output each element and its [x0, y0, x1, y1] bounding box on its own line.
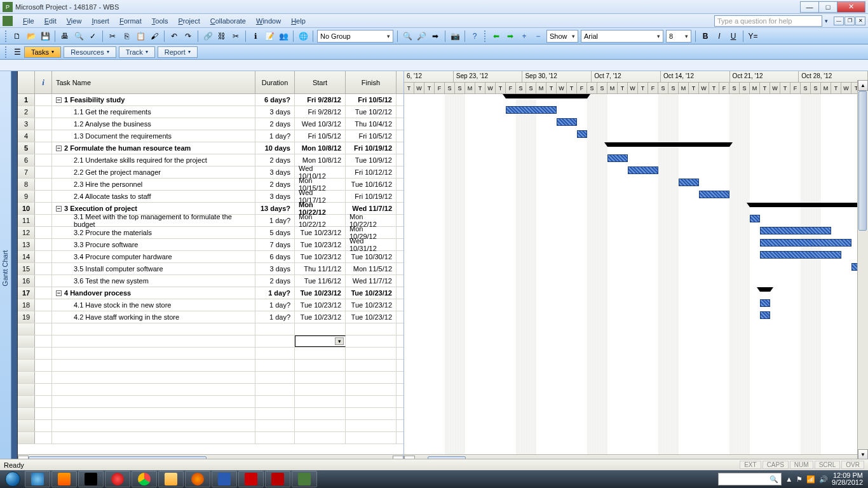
task-name-cell[interactable]: −4 Handover process [52, 287, 255, 299]
task-duration-cell[interactable]: 6 days [255, 251, 295, 262]
view-tab-tasks[interactable]: Tasks ▾ [24, 46, 61, 58]
task-duration-cell[interactable] [255, 372, 295, 383]
info-cell[interactable] [35, 142, 52, 154]
task-finish-cell[interactable]: Wed 10/31/12 [346, 239, 397, 250]
gantt-task-bar[interactable] [699, 191, 729, 198]
new-button[interactable]: 🗋 [11, 30, 24, 43]
row-header[interactable] [18, 336, 35, 347]
cut-button[interactable]: ✂ [106, 30, 119, 43]
task-finish-cell[interactable]: Wed 11/7/12 [346, 275, 397, 287]
menu-collaborate[interactable]: Collaborate [205, 16, 251, 26]
close-button[interactable]: ✕ [837, 1, 865, 13]
task-start-cell[interactable]: Fri 9/28/12 [295, 106, 346, 118]
assign-button[interactable]: 👥 [277, 30, 290, 43]
task-start-cell[interactable]: Tue 10/23/12 [295, 239, 346, 250]
task-row[interactable]: 113.1 Meet with the top management to fo… [18, 215, 403, 227]
viewbar-grip[interactable] [5, 46, 8, 58]
task-duration-cell[interactable] [255, 360, 295, 371]
view-tab-track[interactable]: Track ▾ [119, 46, 155, 58]
gantt-task-bar[interactable] [506, 106, 557, 114]
task-duration-cell[interactable]: 13 days? [255, 203, 295, 214]
taskbar-ie[interactable] [25, 471, 50, 487]
info-cell[interactable] [35, 203, 52, 214]
task-finish-cell[interactable] [346, 396, 397, 407]
task-row[interactable]: 5−2 Formulate the human resource team10 … [18, 142, 403, 154]
vscroll-thumb[interactable] [858, 91, 867, 231]
copy-button[interactable]: ⎘ [120, 30, 133, 43]
task-name-cell[interactable] [52, 384, 255, 395]
collapse-icon[interactable]: − [56, 97, 62, 103]
maximize-button[interactable]: □ [818, 1, 837, 13]
task-name-cell[interactable] [52, 360, 255, 371]
task-finish-cell[interactable]: Fri 10/19/12 [346, 191, 397, 202]
row-header[interactable]: 13 [18, 239, 35, 250]
task-row[interactable]: 62.1 Undertake skills required for the p… [18, 154, 403, 166]
task-duration-cell[interactable]: 10 days [255, 142, 295, 154]
row-header[interactable] [18, 372, 35, 383]
gantt-timescale[interactable]: 6, '12Sep 23, '12Sep 30, '12Oct 7, '12Oc… [404, 71, 868, 94]
task-row-empty[interactable] [18, 323, 403, 336]
task-name-cell[interactable]: 1.1 Get the requirements [52, 106, 255, 118]
row-header[interactable]: 16 [18, 275, 35, 287]
task-duration-cell[interactable]: 2 days [255, 179, 295, 190]
info-column-header[interactable]: i [35, 71, 52, 93]
info-cell[interactable] [35, 263, 52, 274]
task-duration-cell[interactable] [255, 420, 295, 431]
row-header[interactable]: 17 [18, 287, 35, 299]
info-cell[interactable] [35, 106, 52, 118]
task-finish-cell[interactable] [346, 420, 397, 431]
task-name-cell[interactable]: 2.2 Get the project manager [52, 166, 255, 178]
info-cell[interactable] [35, 154, 52, 166]
task-name-cell[interactable]: 3.3 Procure software [52, 239, 255, 250]
task-start-cell-selected[interactable] [295, 336, 346, 347]
toolbar-grip-2[interactable] [484, 30, 487, 42]
system-tray[interactable]: 🔍 ▲ ⚑ 📶 🔊 12:09 PM 9/28/2012 [714, 472, 867, 486]
row-header[interactable] [18, 432, 35, 444]
column-header-start[interactable]: Start [295, 71, 346, 93]
paste-button[interactable]: 📋 [134, 30, 147, 43]
task-name-cell[interactable]: −2 Formulate the human resource team [52, 142, 255, 154]
task-start-cell[interactable] [295, 420, 346, 431]
info-cell[interactable] [35, 408, 52, 419]
dropdown-help-arrow[interactable]: ▾ [825, 18, 828, 24]
show-subtasks-button[interactable]: + [518, 30, 531, 43]
task-duration-cell[interactable] [255, 348, 295, 359]
print-preview-button[interactable]: 🔍 [72, 30, 85, 43]
row-header[interactable] [18, 384, 35, 395]
row-header[interactable]: 11 [18, 215, 35, 226]
gantt-summary-bar[interactable] [760, 287, 770, 292]
info-cell[interactable] [35, 191, 52, 202]
taskbar-project[interactable] [292, 471, 317, 487]
info-cell[interactable] [35, 227, 52, 238]
task-start-cell[interactable]: Tue 10/23/12 [295, 299, 346, 311]
row-header[interactable]: 15 [18, 263, 35, 274]
gantt-task-bar[interactable] [760, 311, 770, 319]
notes-button[interactable]: 📝 [263, 30, 276, 43]
gantt-task-bar[interactable] [679, 179, 699, 186]
taskbar-explorer[interactable] [158, 471, 184, 487]
task-duration-cell[interactable]: 3 days [255, 106, 295, 118]
task-start-cell[interactable]: Tue 10/23/12 [295, 311, 346, 323]
task-row[interactable]: 72.2 Get the project manager3 daysWed 10… [18, 166, 403, 179]
row-header[interactable]: 18 [18, 299, 35, 311]
gantt-task-bar[interactable] [760, 239, 851, 247]
task-start-cell[interactable] [295, 348, 346, 359]
task-name-cell[interactable]: 2.4 Allocate tasks to staff [52, 191, 255, 202]
menu-project[interactable]: Project [173, 16, 205, 26]
menu-format[interactable]: Format [114, 16, 147, 26]
task-row[interactable]: 1−1 Feasibility study6 days?Fri 9/28/12F… [18, 94, 403, 106]
task-start-cell[interactable]: Fri 10/5/12 [295, 130, 346, 142]
task-row-empty[interactable] [18, 360, 403, 372]
task-row-empty[interactable] [18, 396, 403, 408]
task-start-cell[interactable] [295, 432, 346, 444]
toolbar-grip[interactable] [5, 30, 8, 42]
tray-network-icon[interactable]: 📶 [806, 475, 815, 484]
task-start-cell[interactable] [295, 323, 346, 335]
info-cell[interactable] [35, 130, 52, 142]
task-finish-cell[interactable] [346, 408, 397, 419]
tray-search-input[interactable]: 🔍 [718, 473, 782, 485]
task-duration-cell[interactable]: 3 days [255, 263, 295, 274]
row-header[interactable]: 12 [18, 227, 35, 238]
row-header[interactable]: 9 [18, 191, 35, 202]
task-start-cell[interactable]: Fri 9/28/12 [295, 94, 346, 105]
